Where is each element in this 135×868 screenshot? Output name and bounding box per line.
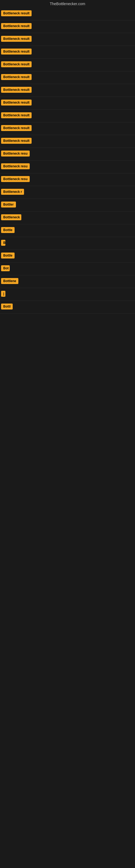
bottleneck-result-badge[interactable]: Bottle (1, 227, 14, 233)
list-item: Bottleneck result (0, 97, 135, 110)
list-item: Bot (0, 262, 135, 275)
bottleneck-result-badge[interactable]: Bottle (1, 252, 14, 258)
bottleneck-result-badge[interactable]: Bottleneck (1, 214, 21, 220)
list-item: Bottleneck resu (0, 173, 135, 186)
list-item: B (0, 237, 135, 250)
bottleneck-result-badge[interactable]: Bottlene (1, 278, 18, 284)
bottleneck-result-badge[interactable]: Bottler (1, 202, 16, 208)
list-item: Bottleneck result (0, 8, 135, 20)
list-item: Bottleneck result (0, 110, 135, 122)
bottleneck-result-badge[interactable]: Bottleneck result (1, 112, 32, 118)
list-item: Bottle (0, 224, 135, 237)
bottleneck-result-badge[interactable]: Bottleneck resu (1, 151, 30, 156)
list-item: Bottlene (0, 275, 135, 288)
bottleneck-result-badge[interactable]: Bottleneck resu (1, 163, 30, 169)
bottleneck-result-badge[interactable]: Bot (1, 265, 10, 271)
list-item: Bottleneck result (0, 84, 135, 97)
list-item: Bottl (0, 301, 135, 314)
list-item: Bottleneck resu (0, 148, 135, 161)
list-item: Bottleneck result (0, 122, 135, 135)
bottleneck-result-badge[interactable]: Bottleneck result (1, 23, 32, 29)
bottleneck-result-badge[interactable]: Bottleneck result (1, 61, 32, 67)
bottleneck-result-badge[interactable]: Bottleneck result (1, 36, 32, 42)
list-item: Bottleneck (0, 212, 135, 224)
bottleneck-result-badge[interactable]: Bottleneck result (1, 138, 32, 144)
list-item: | (0, 288, 135, 301)
list-item: Bottleneck r (0, 186, 135, 199)
list-item: Bottleneck result (0, 59, 135, 71)
list-item: Bottleneck result (0, 20, 135, 33)
list-item: Bottleneck result (0, 46, 135, 59)
bottleneck-result-badge[interactable]: Bottleneck result (1, 125, 32, 131)
bottleneck-result-badge[interactable]: Bottleneck result (1, 49, 32, 55)
bottleneck-result-badge[interactable]: Bottleneck result (1, 10, 32, 16)
bottleneck-result-badge[interactable]: Bottleneck result (1, 87, 32, 93)
bottleneck-result-badge[interactable]: Bottl (1, 304, 13, 310)
site-title: TheBottlenecker.com (0, 0, 135, 8)
list-item: Bottleneck result (0, 33, 135, 46)
list-item: Bottleneck result (0, 71, 135, 84)
list-item: Bottle (0, 250, 135, 262)
list-item: Bottleneck result (0, 135, 135, 148)
bottleneck-result-badge[interactable]: Bottleneck resu (1, 176, 30, 182)
bottleneck-result-badge[interactable]: Bottleneck r (1, 189, 24, 195)
bottleneck-result-badge[interactable]: Bottleneck result (1, 74, 32, 80)
bottleneck-result-badge[interactable]: B (1, 240, 5, 246)
list-item: Bottleneck resu (0, 161, 135, 173)
list-item: Bottler (0, 199, 135, 212)
bottleneck-result-badge[interactable]: | (1, 291, 5, 297)
bottleneck-result-badge[interactable]: Bottleneck result (1, 99, 32, 105)
